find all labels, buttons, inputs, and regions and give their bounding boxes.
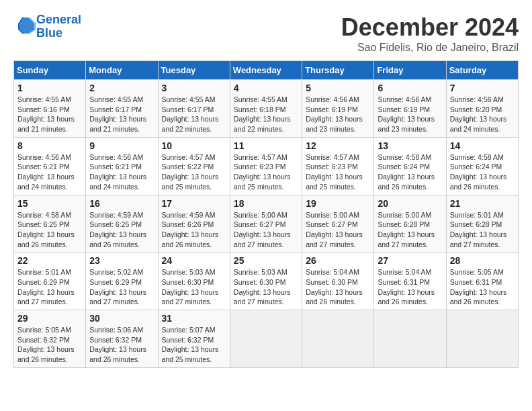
logo-line1: General xyxy=(36,13,81,26)
day-cell: 23 Sunrise: 5:02 AM Sunset: 6:29 PM Dayl… xyxy=(86,253,158,310)
day-info: Sunrise: 4:59 AM Sunset: 6:26 PM Dayligh… xyxy=(162,210,226,250)
day-cell xyxy=(374,310,446,368)
day-info: Sunrise: 4:58 AM Sunset: 6:24 PM Dayligh… xyxy=(450,152,515,192)
weekday-header-sunday: Sunday xyxy=(14,61,86,80)
day-number: 11 xyxy=(234,140,298,151)
day-number: 7 xyxy=(450,83,515,93)
day-number: 18 xyxy=(234,198,298,209)
day-cell: 14 Sunrise: 4:58 AM Sunset: 6:24 PM Dayl… xyxy=(446,137,518,195)
day-number: 29 xyxy=(17,313,82,324)
logo: General Blue xyxy=(13,13,81,40)
day-number: 3 xyxy=(162,83,226,93)
week-row-3: 15 Sunrise: 4:58 AM Sunset: 6:25 PM Dayl… xyxy=(14,195,519,253)
day-info: Sunrise: 5:03 AM Sunset: 6:30 PM Dayligh… xyxy=(234,267,298,307)
day-number: 6 xyxy=(378,83,442,93)
calendar-body: 1 Sunrise: 4:55 AM Sunset: 6:16 PM Dayli… xyxy=(14,80,519,368)
day-info: Sunrise: 5:07 AM Sunset: 6:32 PM Dayligh… xyxy=(162,325,226,365)
day-cell xyxy=(446,310,518,368)
day-number: 19 xyxy=(306,198,370,209)
day-info: Sunrise: 5:06 AM Sunset: 6:32 PM Dayligh… xyxy=(89,325,154,365)
day-info: Sunrise: 5:04 AM Sunset: 6:30 PM Dayligh… xyxy=(306,267,370,307)
day-info: Sunrise: 5:05 AM Sunset: 6:32 PM Dayligh… xyxy=(17,325,82,365)
day-info: Sunrise: 5:03 AM Sunset: 6:30 PM Dayligh… xyxy=(162,267,226,307)
day-number: 25 xyxy=(234,255,298,266)
weekday-header-row: SundayMondayTuesdayWednesdayThursdayFrid… xyxy=(14,61,519,80)
day-cell: 18 Sunrise: 5:00 AM Sunset: 6:27 PM Dayl… xyxy=(230,195,302,253)
day-cell: 13 Sunrise: 4:58 AM Sunset: 6:24 PM Dayl… xyxy=(374,137,446,195)
day-cell: 17 Sunrise: 4:59 AM Sunset: 6:26 PM Dayl… xyxy=(158,195,230,253)
day-info: Sunrise: 4:56 AM Sunset: 6:19 PM Dayligh… xyxy=(306,95,370,134)
week-row-2: 8 Sunrise: 4:56 AM Sunset: 6:21 PM Dayli… xyxy=(14,137,519,195)
day-number: 26 xyxy=(306,255,370,266)
day-info: Sunrise: 5:00 AM Sunset: 6:28 PM Dayligh… xyxy=(378,210,442,250)
day-cell xyxy=(302,310,374,368)
day-cell: 24 Sunrise: 5:03 AM Sunset: 6:30 PM Dayl… xyxy=(158,253,230,310)
day-cell: 12 Sunrise: 4:57 AM Sunset: 6:23 PM Dayl… xyxy=(302,137,374,195)
day-number: 22 xyxy=(17,255,82,266)
day-info: Sunrise: 5:00 AM Sunset: 6:27 PM Dayligh… xyxy=(234,210,298,250)
day-info: Sunrise: 4:55 AM Sunset: 6:17 PM Dayligh… xyxy=(89,95,154,134)
weekday-header-saturday: Saturday xyxy=(446,61,518,80)
day-cell: 11 Sunrise: 4:57 AM Sunset: 6:23 PM Dayl… xyxy=(230,137,302,195)
weekday-header-monday: Monday xyxy=(86,61,158,80)
week-row-1: 1 Sunrise: 4:55 AM Sunset: 6:16 PM Dayli… xyxy=(14,80,519,138)
day-cell: 2 Sunrise: 4:55 AM Sunset: 6:17 PM Dayli… xyxy=(86,80,158,138)
weekday-header-wednesday: Wednesday xyxy=(230,61,302,80)
day-number: 15 xyxy=(17,198,82,209)
day-number: 16 xyxy=(89,198,154,209)
day-info: Sunrise: 4:55 AM Sunset: 6:16 PM Dayligh… xyxy=(17,95,82,134)
day-number: 12 xyxy=(306,140,370,151)
day-number: 27 xyxy=(378,255,442,266)
day-info: Sunrise: 4:55 AM Sunset: 6:17 PM Dayligh… xyxy=(162,95,226,134)
day-number: 2 xyxy=(89,83,154,93)
day-number: 13 xyxy=(378,140,442,151)
day-cell: 30 Sunrise: 5:06 AM Sunset: 6:32 PM Dayl… xyxy=(86,310,158,368)
day-info: Sunrise: 5:05 AM Sunset: 6:31 PM Dayligh… xyxy=(450,267,515,307)
day-info: Sunrise: 4:56 AM Sunset: 6:19 PM Dayligh… xyxy=(378,95,442,134)
day-number: 1 xyxy=(17,83,82,93)
week-row-4: 22 Sunrise: 5:01 AM Sunset: 6:29 PM Dayl… xyxy=(14,253,519,310)
week-row-5: 29 Sunrise: 5:05 AM Sunset: 6:32 PM Dayl… xyxy=(14,310,519,368)
weekday-header-thursday: Thursday xyxy=(302,61,374,80)
logo-line2: Blue xyxy=(36,26,62,40)
day-cell: 1 Sunrise: 4:55 AM Sunset: 6:16 PM Dayli… xyxy=(14,80,86,138)
day-info: Sunrise: 4:57 AM Sunset: 6:23 PM Dayligh… xyxy=(306,152,370,192)
day-number: 20 xyxy=(378,198,442,209)
day-cell: 25 Sunrise: 5:03 AM Sunset: 6:30 PM Dayl… xyxy=(230,253,302,310)
day-cell: 5 Sunrise: 4:56 AM Sunset: 6:19 PM Dayli… xyxy=(302,80,374,138)
day-number: 28 xyxy=(450,255,515,266)
day-number: 31 xyxy=(162,313,226,324)
day-cell: 16 Sunrise: 4:59 AM Sunset: 6:25 PM Dayl… xyxy=(86,195,158,253)
day-info: Sunrise: 4:58 AM Sunset: 6:25 PM Dayligh… xyxy=(17,210,82,250)
day-info: Sunrise: 4:56 AM Sunset: 6:21 PM Dayligh… xyxy=(17,152,82,192)
day-number: 17 xyxy=(162,198,226,209)
day-number: 9 xyxy=(89,140,154,151)
logo-icon xyxy=(16,15,36,36)
weekday-header-friday: Friday xyxy=(374,61,446,80)
day-cell: 10 Sunrise: 4:57 AM Sunset: 6:22 PM Dayl… xyxy=(158,137,230,195)
calendar-table: SundayMondayTuesdayWednesdayThursdayFrid… xyxy=(13,60,519,368)
day-info: Sunrise: 4:56 AM Sunset: 6:21 PM Dayligh… xyxy=(89,152,154,192)
day-info: Sunrise: 5:01 AM Sunset: 6:28 PM Dayligh… xyxy=(450,210,515,250)
day-cell: 3 Sunrise: 4:55 AM Sunset: 6:17 PM Dayli… xyxy=(158,80,230,138)
page-header: General Blue December 2024 Sao Fidelis, … xyxy=(13,13,519,54)
day-cell: 6 Sunrise: 4:56 AM Sunset: 6:19 PM Dayli… xyxy=(374,80,446,138)
day-info: Sunrise: 5:02 AM Sunset: 6:29 PM Dayligh… xyxy=(89,267,154,307)
day-info: Sunrise: 4:58 AM Sunset: 6:24 PM Dayligh… xyxy=(378,152,442,192)
day-info: Sunrise: 5:00 AM Sunset: 6:27 PM Dayligh… xyxy=(306,210,370,250)
day-number: 30 xyxy=(89,313,154,324)
day-info: Sunrise: 4:56 AM Sunset: 6:20 PM Dayligh… xyxy=(450,95,515,134)
day-info: Sunrise: 4:57 AM Sunset: 6:22 PM Dayligh… xyxy=(162,152,226,192)
title-area: December 2024 Sao Fidelis, Rio de Janeir… xyxy=(341,13,519,54)
day-info: Sunrise: 5:04 AM Sunset: 6:31 PM Dayligh… xyxy=(378,267,442,307)
weekday-header-tuesday: Tuesday xyxy=(158,61,230,80)
day-cell: 7 Sunrise: 4:56 AM Sunset: 6:20 PM Dayli… xyxy=(446,80,518,138)
day-number: 5 xyxy=(306,83,370,93)
day-cell: 9 Sunrise: 4:56 AM Sunset: 6:21 PM Dayli… xyxy=(86,137,158,195)
day-info: Sunrise: 4:57 AM Sunset: 6:23 PM Dayligh… xyxy=(234,152,298,192)
day-cell: 19 Sunrise: 5:00 AM Sunset: 6:27 PM Dayl… xyxy=(302,195,374,253)
day-number: 10 xyxy=(162,140,226,151)
day-info: Sunrise: 4:59 AM Sunset: 6:25 PM Dayligh… xyxy=(89,210,154,250)
day-cell: 31 Sunrise: 5:07 AM Sunset: 6:32 PM Dayl… xyxy=(158,310,230,368)
day-cell: 26 Sunrise: 5:04 AM Sunset: 6:30 PM Dayl… xyxy=(302,253,374,310)
